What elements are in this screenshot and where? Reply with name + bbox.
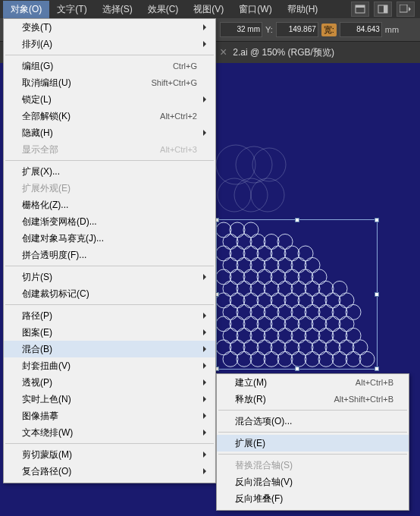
menu-item-label: 替换混合轴(S) [235,459,393,472]
object-menu-item[interactable]: 排列(A) [4,36,215,52]
menu-separator [218,454,407,455]
field-width[interactable]: 84.643 [340,22,382,37]
object-menu-item[interactable]: 锁定(L) [4,91,215,108]
menu-item-label: 反向混合轴(V) [235,476,393,489]
menu-separator [5,443,214,444]
object-menu-item[interactable]: 透视(P) [4,374,215,391]
tab-close-icon[interactable]: × [220,46,227,59]
toolbar-btn-1[interactable] [351,2,369,17]
label-width: 宽: [321,24,337,36]
blend-submenu-item[interactable]: 释放(R)Alt+Shift+Ctrl+B [217,391,409,407]
blend-submenu-item[interactable]: 扩展(E) [217,435,409,452]
blend-submenu-item[interactable]: 建立(M)Alt+Ctrl+B [217,374,409,391]
blend-submenu-item[interactable]: 混合选项(O)... [217,413,409,429]
object-menu-item[interactable]: 创建对象马赛克(J)... [4,230,215,247]
object-menu-item[interactable]: 全部解锁(K)Alt+Ctrl+2 [4,108,215,124]
object-menu-item[interactable]: 拼合透明度(F)... [4,247,215,263]
menu-item-label: 透视(P) [22,376,197,389]
handle-bm[interactable] [295,367,299,371]
menu-item-label: 释放(R) [235,393,334,406]
menu-item-label: 剪切蒙版(M) [22,448,197,461]
object-menu-item[interactable]: 剪切蒙版(M) [4,446,215,463]
object-menu-item: 扩展外观(E) [4,180,215,197]
menu-item-label: 扩展外观(E) [22,182,197,195]
object-menu-item[interactable]: 编组(G)Ctrl+G [4,58,215,74]
object-menu-item[interactable]: 复合路径(O) [4,463,215,480]
menu-separator [218,432,407,433]
unit-mm: mm [385,25,399,34]
menu-item-shortcut: Alt+Ctrl+B [356,378,393,387]
field-y[interactable]: 149.867 [276,22,318,37]
menu-object[interactable]: 对象(O) [3,1,49,18]
menu-item-label: 混合选项(O)... [235,415,393,428]
handle-br[interactable] [375,367,379,371]
menu-item-label: 排列(A) [22,38,197,51]
object-menu-item[interactable]: 扩展(X)... [4,163,215,180]
object-menu-item[interactable]: 路径(P) [4,307,215,324]
menu-item-shortcut: Alt+Shift+Ctrl+B [334,395,393,404]
document-tab[interactable]: 2.ai @ 150% (RGB/预览) [233,46,334,59]
blend-submenu: 建立(M)Alt+Ctrl+B释放(R)Alt+Shift+Ctrl+B混合选项… [216,373,409,511]
menu-help[interactable]: 帮助(H) [280,1,326,18]
menu-window[interactable]: 窗口(W) [231,1,279,18]
svg-point-6 [236,146,272,183]
selection-box[interactable] [216,219,378,370]
menu-separator [5,304,214,305]
object-menu-item[interactable]: 栅格化(Z)... [4,197,215,213]
menu-item-label: 建立(M) [235,376,356,389]
menu-item-label: 切片(S) [22,271,197,284]
object-menu-item[interactable]: 隐藏(H) [4,124,215,141]
blend-submenu-item[interactable]: 反向堆叠(F) [217,490,409,507]
object-menu-item[interactable]: 创建渐变网格(D)... [4,213,215,230]
handle-tm[interactable] [295,218,299,222]
menu-view[interactable]: 视图(V) [186,1,231,18]
menu-item-label: 拼合透明度(F)... [22,249,197,262]
menu-item-label: 变换(T) [22,21,197,34]
object-menu-item[interactable]: 图案(E) [4,324,215,341]
menu-item-label: 封套扭曲(V) [22,360,197,373]
menu-text[interactable]: 文字(T) [49,1,94,18]
field-x[interactable]: 32 mm [220,22,262,37]
menu-separator [218,410,407,411]
menu-item-label: 图案(E) [22,326,197,339]
label-y: Y: [265,25,273,34]
handle-mr[interactable] [375,292,379,297]
menu-item-label: 创建渐变网格(D)... [22,216,197,228]
toolbar-btn-3[interactable] [396,2,415,17]
menu-item-shortcut: Ctrl+G [173,61,197,71]
menu-effect[interactable]: 效果(C) [140,1,186,18]
menu-select[interactable]: 选择(S) [95,1,140,18]
menu-item-label: 创建对象马赛克(J)... [22,232,197,245]
menu-item-label: 混合(B) [22,343,197,356]
svg-rect-1 [356,5,365,8]
blend-submenu-item: 替换混合轴(S) [217,457,409,474]
menu-item-shortcut: Shift+Ctrl+G [151,78,197,87]
menu-item-label: 取消编组(U) [22,77,151,90]
menu-item-label: 创建裁切标记(C) [22,288,197,300]
object-menu-item[interactable]: 图像描摹 [4,407,215,424]
toolbar-btn-2[interactable] [374,2,392,17]
menu-item-label: 反向堆叠(F) [235,492,393,505]
handle-tr[interactable] [375,218,379,222]
menu-item-label: 扩展(X)... [22,165,197,178]
menu-item-label: 路径(P) [22,310,197,322]
menu-item-shortcut: Alt+Ctrl+3 [160,145,197,154]
object-menu-item[interactable]: 切片(S) [4,269,215,285]
menu-item-label: 全部解锁(K) [22,110,160,123]
menu-item-label: 隐藏(H) [22,127,197,140]
object-menu-item[interactable]: 混合(B) [4,341,215,357]
object-menu-item[interactable]: 创建裁切标记(C) [4,285,215,302]
object-menu-item[interactable]: 取消编组(U)Shift+Ctrl+G [4,74,215,91]
menu-item-label: 图像描摹 [22,410,197,423]
object-menu-item[interactable]: 封套扭曲(V) [4,357,215,374]
object-menu-item[interactable]: 变换(T) [4,19,215,36]
object-menu-item[interactable]: 文本绕排(W) [4,424,215,441]
menu-separator [5,160,214,161]
object-menu-dropdown: 变换(T)排列(A)编组(G)Ctrl+G取消编组(U)Shift+Ctrl+G… [3,18,216,483]
menu-item-label: 复合路径(O) [22,465,197,478]
blend-submenu-item[interactable]: 反向混合轴(V) [217,474,409,490]
menu-separator [5,55,214,55]
object-menu-item[interactable]: 实时上色(N) [4,391,215,407]
menu-item-shortcut: Alt+Ctrl+2 [160,112,197,121]
menu-item-label: 栅格化(Z)... [22,199,197,212]
